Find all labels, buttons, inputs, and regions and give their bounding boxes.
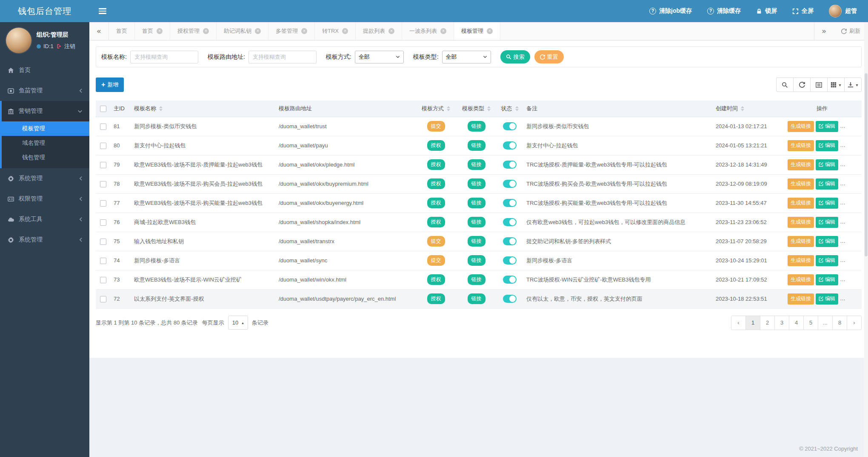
generate-link-button[interactable]: 生成链接 xyxy=(788,236,814,247)
row-checkbox[interactable] xyxy=(100,124,106,130)
generate-link-button[interactable]: 生成链接 xyxy=(788,255,814,266)
row-checkbox[interactable] xyxy=(100,296,106,302)
tab-item-6[interactable]: 提款列表× xyxy=(356,22,402,40)
row-checkbox[interactable] xyxy=(100,239,106,245)
sidebar-subitem-wallet-management[interactable]: 钱包管理 xyxy=(2,150,89,165)
tab-close-icon[interactable]: × xyxy=(487,28,493,34)
tabs-scroll-right-button[interactable] xyxy=(814,22,834,40)
tab-item-7[interactable]: 一波杀列表× xyxy=(402,22,454,40)
edit-button[interactable]: 编辑 xyxy=(816,159,838,170)
page-button-2[interactable]: 2 xyxy=(760,316,775,330)
column-header-type[interactable]: 模板类型 xyxy=(456,101,497,117)
logout-link[interactable]: 注销 xyxy=(64,43,75,50)
page-next-button[interactable]: › xyxy=(847,316,862,330)
clear-cache-button[interactable]: 清除缓存 xyxy=(707,7,741,15)
scrollbar[interactable] xyxy=(864,22,868,457)
columns-button[interactable] xyxy=(827,78,845,92)
row-checkbox[interactable] xyxy=(100,181,106,187)
generate-link-button[interactable]: 生成链接 xyxy=(788,293,814,305)
status-toggle[interactable] xyxy=(503,180,517,188)
column-header-name[interactable]: 模板名称 xyxy=(131,101,275,117)
tab-item-8[interactable]: 模板管理× xyxy=(454,22,500,40)
status-toggle[interactable] xyxy=(503,199,517,207)
status-toggle[interactable] xyxy=(503,218,517,226)
edit-button[interactable]: 编辑 xyxy=(816,198,838,209)
tab-close-icon[interactable]: × xyxy=(342,28,348,34)
row-checkbox[interactable] xyxy=(100,143,106,149)
sidebar-subitem-domain-management[interactable]: 域名管理 xyxy=(2,136,89,150)
table-refresh-button[interactable] xyxy=(793,78,811,92)
status-toggle[interactable] xyxy=(503,276,517,284)
page-button-3[interactable]: 3 xyxy=(774,316,789,330)
fullscreen-button[interactable]: 全屏 xyxy=(792,7,814,15)
status-toggle[interactable] xyxy=(503,141,517,149)
table-search-button[interactable] xyxy=(776,78,794,92)
tab-item-0[interactable]: 首页 xyxy=(109,22,135,40)
page-button-1[interactable]: 1 xyxy=(745,316,760,330)
tab-close-icon[interactable]: × xyxy=(301,28,307,34)
edit-button[interactable]: 编辑 xyxy=(816,217,838,228)
edit-button[interactable]: 编辑 xyxy=(816,274,838,285)
add-button[interactable]: 新增 xyxy=(96,78,124,92)
status-toggle[interactable] xyxy=(503,295,517,303)
template-route-input[interactable] xyxy=(248,51,317,63)
template-type-select[interactable]: 全部 xyxy=(442,51,491,63)
sidebar-item-system-management[interactable]: 系统管理 xyxy=(0,168,89,189)
template-name-input[interactable] xyxy=(130,51,198,63)
column-header-method[interactable]: 模板方式 xyxy=(416,101,456,117)
page-button-4[interactable]: 4 xyxy=(789,316,804,330)
row-checkbox[interactable] xyxy=(100,219,106,226)
edit-button[interactable]: 编辑 xyxy=(816,178,838,190)
sidebar-toggle-button[interactable] xyxy=(89,0,116,22)
row-checkbox[interactable] xyxy=(100,277,106,283)
lock-screen-button[interactable]: 锁屏 xyxy=(756,7,777,15)
column-header-status[interactable]: 状态 xyxy=(497,101,523,117)
status-toggle[interactable] xyxy=(503,122,517,130)
edit-button[interactable]: 编辑 xyxy=(816,293,838,305)
edit-button[interactable]: 编辑 xyxy=(816,255,838,266)
scrollbar-thumb[interactable] xyxy=(865,73,868,256)
sidebar-item-system-tools[interactable]: 系统工具 xyxy=(0,209,89,230)
row-checkbox[interactable] xyxy=(100,258,106,264)
column-header-created[interactable]: 创建时间 xyxy=(712,101,782,117)
tab-item-2[interactable]: 授权管理× xyxy=(170,22,217,40)
select-all-checkbox[interactable] xyxy=(100,106,106,112)
search-button[interactable]: 搜索 xyxy=(500,50,530,63)
tab-item-1[interactable]: 首页× xyxy=(135,22,170,40)
sidebar-item-fish-management[interactable]: 鱼苗管理 xyxy=(0,80,89,101)
status-toggle[interactable] xyxy=(503,256,517,264)
sidebar-subitem-template-management[interactable]: 模板管理 xyxy=(0,121,89,136)
generate-link-button[interactable]: 生成链接 xyxy=(788,274,814,285)
edit-button[interactable]: 编辑 xyxy=(816,140,838,151)
sidebar-item-permission-management[interactable]: 权限管理 xyxy=(0,189,89,209)
tab-close-icon[interactable]: × xyxy=(255,28,261,34)
tab-item-4[interactable]: 多签管理× xyxy=(268,22,315,40)
generate-link-button[interactable]: 生成链接 xyxy=(788,178,814,190)
sidebar-item-home[interactable]: 首页 xyxy=(0,60,89,80)
edit-button[interactable]: 编辑 xyxy=(816,236,838,247)
tab-close-icon[interactable]: × xyxy=(440,28,446,34)
page-ellipsis[interactable]: ... xyxy=(818,316,833,330)
tab-close-icon[interactable]: × xyxy=(157,28,163,34)
page-button-5[interactable]: 5 xyxy=(803,316,818,330)
status-toggle[interactable] xyxy=(503,237,517,245)
reset-button[interactable]: 重置 xyxy=(534,50,564,63)
tab-refresh-button[interactable]: 刷新 xyxy=(834,22,868,40)
tab-close-icon[interactable]: × xyxy=(203,28,209,34)
generate-link-button[interactable]: 生成链接 xyxy=(788,198,814,209)
template-method-select[interactable]: 全部 xyxy=(355,51,404,63)
row-checkbox[interactable] xyxy=(100,162,106,168)
toggle-view-button[interactable] xyxy=(810,78,828,92)
per-page-select[interactable]: 10 xyxy=(228,316,248,330)
generate-link-button[interactable]: 生成链接 xyxy=(788,121,814,132)
tab-close-icon[interactable]: × xyxy=(388,28,394,34)
page-prev-button[interactable]: ‹ xyxy=(731,316,746,330)
generate-link-button[interactable]: 生成链接 xyxy=(788,140,814,151)
status-toggle[interactable] xyxy=(503,161,517,169)
export-button[interactable] xyxy=(844,78,862,92)
page-button-8[interactable]: 8 xyxy=(832,316,847,330)
user-menu[interactable]: 超管 xyxy=(829,5,857,17)
tab-item-3[interactable]: 助记词私钥× xyxy=(217,22,268,40)
generate-link-button[interactable]: 生成链接 xyxy=(788,159,814,170)
edit-button[interactable]: 编辑 xyxy=(816,121,838,132)
